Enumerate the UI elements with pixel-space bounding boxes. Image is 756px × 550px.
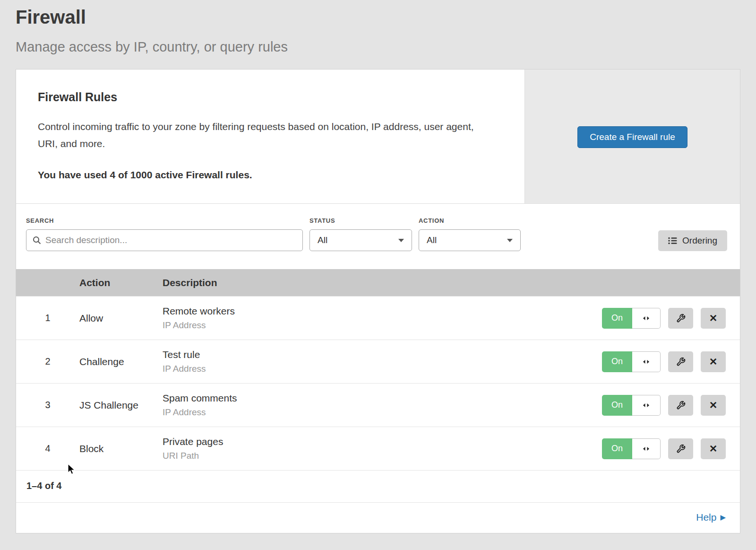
ordered-list-icon: [668, 237, 677, 244]
pagination: 1–4 of 4: [16, 470, 740, 502]
action-filter: ACTION All: [419, 217, 521, 251]
table-header: Action Description: [16, 269, 740, 296]
delete-rule-button[interactable]: ✕: [701, 351, 726, 372]
overview-action-panel: Create a Firewall rule: [524, 70, 740, 203]
status-select[interactable]: All: [309, 229, 412, 251]
edit-rule-button[interactable]: [668, 351, 693, 372]
wrench-icon: [676, 401, 686, 410]
toggle-on-label: On: [602, 438, 632, 459]
firewall-card: Firewall Rules Control incoming traffic …: [16, 69, 740, 533]
action-select-value: All: [427, 235, 437, 245]
edit-rule-button[interactable]: [668, 395, 693, 416]
delete-rule-button[interactable]: ✕: [701, 308, 726, 329]
table-row: 2 Challenge Test rule IP Address On: [16, 340, 740, 383]
rule-description-cell: Private pages URI Path: [163, 436, 602, 461]
rule-field: IP Address: [163, 364, 602, 374]
ordering-button[interactable]: Ordering: [658, 230, 727, 251]
overview-description: Control incoming traffic to your zone by…: [38, 118, 487, 152]
overview-usage: You have used 4 of 1000 active Firewall …: [38, 169, 503, 181]
ordering-button-label: Ordering: [682, 236, 717, 246]
close-icon: ✕: [709, 356, 718, 367]
rule-field: IP Address: [163, 320, 602, 331]
rule-priority: 4: [16, 443, 79, 454]
edit-rule-button[interactable]: [668, 438, 693, 459]
rule-description: Spam comments: [163, 393, 602, 404]
rule-priority: 2: [16, 356, 79, 367]
create-firewall-rule-button[interactable]: Create a Firewall rule: [577, 126, 687, 148]
rule-description-cell: Remote workers IP Address: [163, 306, 602, 331]
page-subtitle: Manage access by IP, country, or query r…: [16, 39, 740, 55]
table-row: 4 Block Private pages URI Path On: [16, 427, 740, 470]
arrow-right-icon: ▶: [720, 513, 726, 522]
close-icon: ✕: [709, 400, 718, 411]
help-link[interactable]: Help ▶: [696, 512, 726, 523]
filters-bar: SEARCH STATUS All: [16, 204, 740, 269]
search-icon: [33, 236, 41, 244]
toggle-drag-handle[interactable]: [632, 308, 661, 329]
edit-rule-button[interactable]: [668, 308, 693, 329]
rule-enabled-toggle[interactable]: On: [602, 438, 661, 459]
column-description: Description: [163, 277, 740, 288]
help-link-label: Help: [696, 512, 716, 523]
close-icon: ✕: [709, 313, 718, 324]
wrench-icon: [676, 314, 686, 323]
status-label: STATUS: [309, 217, 412, 224]
rule-controls: On ✕: [602, 351, 740, 372]
action-label: ACTION: [419, 217, 521, 224]
toggle-on-label: On: [602, 351, 632, 372]
rule-description-cell: Spam comments IP Address: [163, 393, 602, 418]
rule-description: Remote workers: [163, 306, 602, 317]
rule-controls: On ✕: [602, 395, 740, 416]
chevron-down-icon: [507, 239, 513, 242]
rule-controls: On ✕: [602, 438, 740, 459]
rule-priority: 1: [16, 313, 79, 323]
rule-enabled-toggle[interactable]: On: [602, 351, 661, 372]
rule-action: Allow: [79, 313, 163, 324]
overview-text-panel: Firewall Rules Control incoming traffic …: [16, 70, 524, 203]
toggle-drag-handle[interactable]: [632, 438, 661, 459]
toggle-drag-handle[interactable]: [632, 395, 661, 416]
close-icon: ✕: [709, 443, 718, 454]
search-filter: SEARCH: [26, 217, 303, 251]
wrench-icon: [676, 357, 686, 367]
toggle-drag-handle[interactable]: [632, 351, 661, 372]
rule-description: Test rule: [163, 349, 602, 360]
rule-description: Private pages: [163, 436, 602, 447]
search-input[interactable]: [45, 235, 296, 245]
status-select-value: All: [318, 235, 327, 245]
wrench-icon: [676, 444, 686, 454]
search-label: SEARCH: [26, 217, 303, 224]
rule-field: IP Address: [163, 407, 602, 418]
delete-rule-button[interactable]: ✕: [701, 395, 726, 416]
action-select[interactable]: All: [419, 229, 521, 251]
help-row: Help ▶: [16, 502, 740, 533]
rule-description-cell: Test rule IP Address: [163, 349, 602, 374]
overview-title: Firewall Rules: [38, 90, 503, 104]
rule-controls: On ✕: [602, 308, 740, 329]
status-filter: STATUS All: [309, 217, 412, 251]
delete-rule-button[interactable]: ✕: [701, 438, 726, 459]
toggle-on-label: On: [602, 308, 632, 329]
column-action: Action: [79, 277, 163, 288]
table-row: 3 JS Challenge Spam comments IP Address …: [16, 383, 740, 427]
rule-action: Block: [79, 443, 163, 454]
search-box: [26, 229, 303, 251]
toggle-on-label: On: [602, 395, 632, 416]
rule-action: JS Challenge: [79, 400, 163, 411]
rule-action: Challenge: [79, 356, 163, 367]
table-row: 1 Allow Remote workers IP Address On: [16, 296, 740, 340]
rule-priority: 3: [16, 400, 79, 410]
rule-enabled-toggle[interactable]: On: [602, 395, 661, 416]
page-title: Firewall: [16, 7, 740, 28]
rule-field: URI Path: [163, 451, 602, 461]
overview-section: Firewall Rules Control incoming traffic …: [16, 70, 740, 204]
chevron-down-icon: [398, 239, 404, 242]
rule-enabled-toggle[interactable]: On: [602, 308, 661, 329]
firewall-page: Firewall Manage access by IP, country, o…: [0, 0, 756, 533]
